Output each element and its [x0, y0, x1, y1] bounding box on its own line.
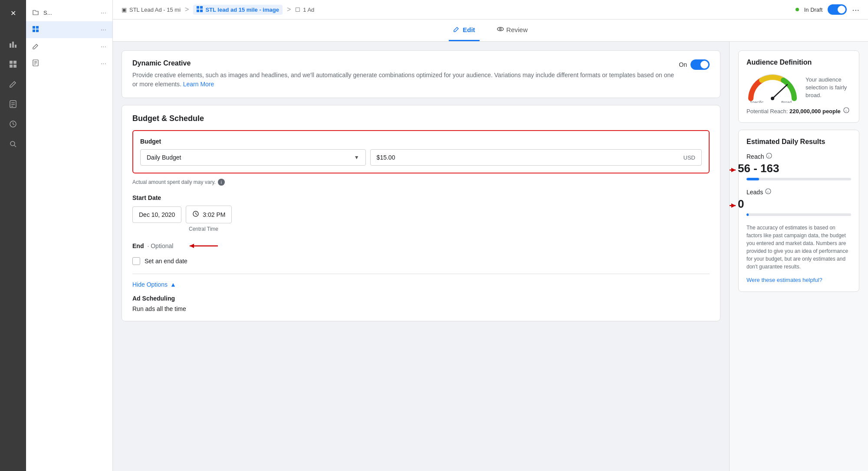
svg-rect-5 [10, 65, 13, 68]
svg-rect-16 [33, 26, 35, 29]
nav-item-4[interactable]: ··· [26, 55, 112, 72]
start-time-input[interactable]: 3:02 PM [186, 206, 232, 223]
svg-rect-18 [33, 29, 35, 32]
budget-type-text: Daily Budget [147, 154, 354, 161]
nav-dots-3[interactable]: ··· [101, 43, 106, 51]
status-dot [796, 8, 799, 11]
dynamic-creative-card: Dynamic Creative Provide creative elemen… [122, 50, 720, 98]
tab-bar: Edit Review [113, 20, 868, 42]
svg-line-13 [13, 124, 14, 125]
reach-info-icon-small[interactable]: i [766, 153, 772, 160]
bar-chart-icon[interactable] [4, 36, 22, 53]
svg-rect-1 [12, 42, 14, 48]
leads-info-icon[interactable]: i [765, 188, 771, 196]
svg-line-35 [773, 85, 787, 98]
nav-label-1: S... [43, 10, 52, 16]
svg-text:i: i [769, 154, 769, 158]
date-row: Dec 10, 2020 3:02 PM [132, 206, 710, 223]
results-title: Estimated Daily Results [746, 138, 851, 146]
clock-icon[interactable] [4, 115, 22, 133]
svg-text:i: i [768, 190, 769, 194]
gauge-wrap: Specific Broad Your audience selection i… [746, 72, 851, 103]
breadcrumb-campaign[interactable]: ▣ STL Lead Ad - 15 mi [122, 7, 181, 13]
dynamic-creative-toggle[interactable] [690, 59, 710, 70]
optional-label: · Optional [147, 242, 173, 249]
potential-reach-value: 220,000,000 people [789, 108, 841, 114]
svg-marker-34 [190, 244, 194, 248]
budget-type-select[interactable]: Daily Budget ▼ [140, 149, 366, 166]
budget-amount-field[interactable]: USD [370, 149, 702, 166]
timezone-label: Central Time [189, 226, 710, 232]
ad-scheduling-title: Ad Scheduling [132, 295, 710, 302]
divider [132, 274, 710, 274]
audience-definition-card: Audience Definition [738, 50, 859, 123]
pencil-icon[interactable] [4, 75, 22, 93]
breadcrumb-sep-1: > [185, 6, 189, 13]
leads-section: Leads i 0 [746, 188, 851, 216]
leads-value: 0 [738, 197, 744, 211]
search-icon[interactable] [4, 135, 22, 153]
right-sidebar: Audience Definition [729, 42, 868, 471]
pencil-nav-icon [32, 43, 39, 51]
breadcrumb-adset[interactable]: STL lead ad 15 mile - image [193, 5, 283, 15]
svg-rect-3 [10, 61, 13, 64]
set-end-date-row: Set an end date [132, 257, 710, 265]
close-icon[interactable]: ✕ [4, 4, 22, 22]
page-icon[interactable] [4, 95, 22, 113]
tab-review[interactable]: Review [493, 20, 532, 41]
svg-rect-25 [200, 6, 203, 9]
nav-item-1[interactable]: S... ··· [26, 4, 112, 21]
nav-dots-4[interactable]: ··· [101, 60, 106, 68]
leads-label: Leads i [746, 188, 851, 196]
content-wrapper: Dynamic Creative Provide creative elemen… [113, 42, 868, 471]
more-button[interactable]: ··· [852, 5, 859, 15]
main-area: ▣ STL Lead Ad - 15 mi > STL lead ad 15 m… [113, 0, 868, 471]
learn-more-link[interactable]: Learn More [183, 81, 214, 88]
svg-text:Broad: Broad [781, 100, 792, 103]
nav-panel: S... ··· ··· ··· [26, 0, 113, 471]
draft-toggle[interactable] [828, 4, 847, 15]
gauge-svg: Specific Broad [746, 72, 799, 103]
end-date-checkbox-label: Set an end date [145, 258, 187, 265]
reach-bar [746, 178, 851, 180]
top-bar: ▣ STL Lead Ad - 15 mi > STL lead ad 15 m… [113, 0, 868, 20]
nav-dots-1[interactable]: ··· [101, 9, 106, 17]
dynamic-creative-header: Dynamic Creative Provide creative elemen… [132, 59, 710, 89]
budget-dropdown-arrow: ▼ [354, 154, 359, 160]
estimates-helpful-link[interactable]: Were these estimates helpful? [746, 277, 822, 283]
end-date-checkbox[interactable] [132, 257, 140, 265]
nav-item-3[interactable]: ··· [26, 38, 112, 55]
start-date-input[interactable]: Dec 10, 2020 [132, 206, 181, 223]
on-label: On [679, 61, 687, 68]
estimates-note: The accuracy of estimates is based on fa… [746, 224, 851, 271]
info-icon[interactable]: i [218, 179, 225, 186]
svg-rect-24 [197, 6, 199, 9]
breadcrumb-ad[interactable]: ☐ 1 Ad [295, 7, 314, 13]
svg-rect-0 [10, 43, 11, 48]
svg-rect-27 [200, 10, 203, 12]
reach-bar-fill [746, 178, 759, 180]
leads-bar [746, 213, 851, 216]
status-text: In Draft [804, 7, 823, 13]
svg-rect-4 [13, 61, 16, 64]
svg-text:i: i [846, 109, 847, 113]
budget-schedule-card: Budget & Schedule Budget Daily Budget ▼ … [122, 105, 720, 321]
hide-options-button[interactable]: Hide Options ▲ [132, 281, 710, 288]
top-bar-right: In Draft ··· [796, 4, 859, 15]
budget-label: Budget [140, 138, 702, 145]
edit-icon [453, 26, 460, 34]
grid-icon[interactable] [4, 56, 22, 73]
start-date-label: Start Date [132, 194, 710, 201]
budget-amount-input[interactable] [377, 154, 684, 161]
svg-marker-48 [731, 203, 736, 208]
campaign-label: STL Lead Ad - 15 mi [129, 7, 181, 13]
nav-item-2[interactable]: ··· [26, 21, 112, 38]
nav-dots-2[interactable]: ··· [101, 26, 106, 34]
campaign-icon: ▣ [122, 7, 127, 13]
section-title: Budget & Schedule [132, 114, 710, 123]
eye-icon [497, 26, 504, 34]
svg-point-36 [771, 97, 774, 100]
tab-edit[interactable]: Edit [449, 20, 479, 41]
reach-info-icon[interactable]: i [843, 107, 849, 113]
end-section: End · Optional Set an end date [132, 241, 710, 265]
